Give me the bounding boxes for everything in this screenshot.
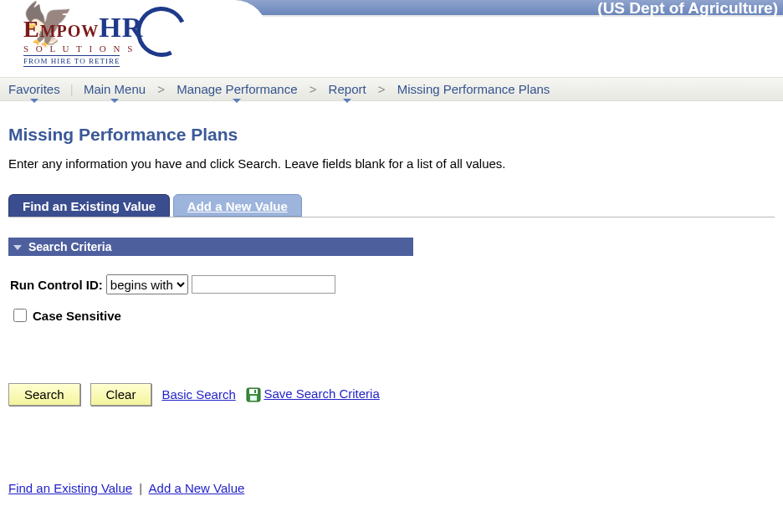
operator-select[interactable]: begins with	[106, 274, 188, 294]
save-search-link[interactable]: Save Search Criteria	[264, 386, 379, 401]
svg-rect-2	[250, 396, 257, 401]
search-criteria: Run Control ID: begins with Case Sensiti…	[8, 256, 775, 333]
logo-text: EmpowHR	[23, 2, 199, 43]
logo-sub1: S O L U T I O N S	[23, 43, 199, 54]
breadcrumb-item-2[interactable]: Missing Performance Plans	[392, 80, 555, 98]
breadcrumb-item-0[interactable]: Manage Performance	[171, 80, 302, 98]
breadcrumb-sep: >	[154, 82, 168, 96]
svg-rect-1	[249, 389, 258, 394]
tab-add-new[interactable]: Add a New Value	[173, 194, 302, 217]
run-control-row: Run Control ID: begins with	[10, 274, 773, 294]
run-control-input[interactable]	[192, 275, 335, 294]
bottom-link-sep: |	[136, 481, 146, 495]
breadcrumb: Favorites | Main Menu > Manage Performan…	[0, 77, 783, 101]
action-row: Search Clear Basic Search Save Search Cr…	[8, 383, 775, 406]
case-sensitive-label: Case Sensitive	[33, 309, 121, 323]
breadcrumb-divider: |	[69, 82, 75, 96]
org-label: (US Dept of Agriculture)	[597, 0, 778, 17]
breadcrumb-favorites[interactable]: Favorites	[3, 80, 65, 98]
header: (US Dept of Agriculture) 🦅 EmpowHR S O L…	[0, 0, 783, 77]
collapse-icon	[13, 245, 22, 250]
breadcrumb-item-1[interactable]: Report	[324, 80, 371, 98]
bottom-links: Find an Existing Value | Add a New Value	[8, 481, 775, 495]
logo: 🦅 EmpowHR S O L U T I O N S FROM HIRE TO…	[23, 2, 199, 67]
save-icon	[246, 387, 261, 402]
bottom-link-add[interactable]: Add a New Value	[149, 481, 245, 495]
breadcrumb-main-menu[interactable]: Main Menu	[79, 80, 151, 98]
case-sensitive-checkbox[interactable]	[13, 309, 27, 322]
content: Missing Performance Plans Enter any info…	[0, 101, 783, 504]
page-title: Missing Performance Plans	[8, 125, 775, 145]
search-criteria-title: Search Criteria	[28, 240, 112, 253]
logo-sub2: FROM HIRE TO RETIRE	[23, 55, 120, 67]
page-instructions: Enter any information you have and click…	[8, 156, 775, 171]
logo-text-hr: HR	[99, 12, 143, 43]
svg-rect-3	[254, 390, 256, 393]
save-group: Save Search Criteria	[246, 386, 380, 403]
tab-find-existing[interactable]: Find an Existing Value	[8, 194, 170, 217]
breadcrumb-sep: >	[375, 82, 389, 96]
basic-search-link[interactable]: Basic Search	[161, 387, 235, 402]
run-control-label: Run Control ID:	[10, 278, 103, 292]
breadcrumb-sep: >	[306, 82, 320, 96]
case-sensitive-row: Case Sensitive	[10, 306, 773, 325]
logo-text-empow: Empow	[23, 16, 99, 42]
clear-button[interactable]: Clear	[90, 383, 152, 406]
bottom-link-find[interactable]: Find an Existing Value	[8, 481, 132, 495]
search-button[interactable]: Search	[8, 383, 80, 406]
search-criteria-header[interactable]: Search Criteria	[8, 238, 413, 256]
tab-row: Find an Existing Value Add a New Value	[8, 194, 775, 217]
